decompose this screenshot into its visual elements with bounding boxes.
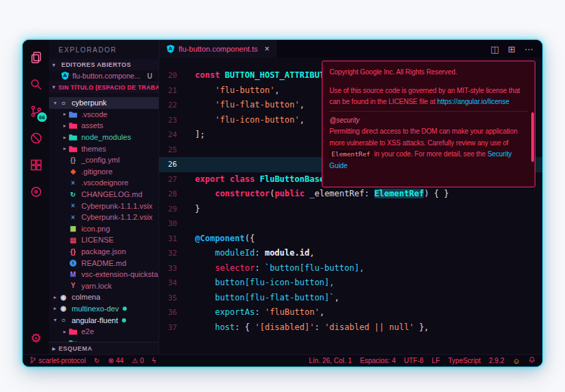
tree-item-readme-md[interactable]: iREADME.md xyxy=(49,257,158,269)
code-text: exportAs: 'fluButton', xyxy=(187,305,325,320)
tree-item-label: .gitignore xyxy=(81,167,112,176)
tree-item-label: _config.yml xyxy=(81,156,120,164)
status-utf-8[interactable]: UTF-8 xyxy=(404,357,423,364)
extensions-icon[interactable] xyxy=(28,157,43,172)
line-number: 23 xyxy=(159,113,187,128)
tooltip-line: Use of this source code is governed by a… xyxy=(329,85,528,97)
status-label: TypeScript xyxy=(448,357,480,364)
tree-item-config-yml[interactable]: {}_config.yml xyxy=(49,154,158,166)
line-number: 36 xyxy=(159,305,187,320)
status-right: Lín. 26, Col. 1Espacios: 4UTF-8LFTypeScr… xyxy=(309,356,535,365)
tree-item-cyberpunk[interactable]: ▾○cyberpunk xyxy=(49,97,158,109)
status-bell[interactable] xyxy=(528,356,535,365)
code-line-35: 35 button[flu-flat-button]`, xyxy=(159,291,542,306)
debug-icon[interactable] xyxy=(28,184,43,199)
tree-item-icon-png[interactable]: ▦icon.png xyxy=(49,223,158,235)
code-text: 'flu-flat-button', xyxy=(187,98,305,113)
file-type-icon: ▤ xyxy=(68,236,78,244)
code-text: moduleId: module.id, xyxy=(187,246,314,261)
tree-item-yarn-lock[interactable]: Yyarn.lock xyxy=(49,280,158,292)
code-text: @Component({ xyxy=(187,231,255,247)
tree-item-e2e[interactable]: ▸e2e xyxy=(49,326,158,338)
tree-item-multinexo-dev[interactable]: ▸◉multinexo-dev xyxy=(49,303,158,315)
tree-item-angular-fluent[interactable]: ▾○angular-fluent xyxy=(49,314,158,326)
editor-group: A flu-button.component.ts × ◫⊞⋯ Copyrigh… xyxy=(159,40,542,354)
settings-gear-icon[interactable]: ⚙ xyxy=(30,331,41,346)
tree-item-vscode[interactable]: ▸.vscode xyxy=(49,109,158,121)
status-bolt[interactable]: ϟ xyxy=(152,358,156,364)
open-editors-section[interactable]: ▾ EDITORES ABIERTOS xyxy=(49,59,158,70)
tree-item-node-modules[interactable]: ▸node_modules xyxy=(49,132,158,143)
folder-icon xyxy=(68,145,78,152)
search-icon[interactable] xyxy=(28,76,43,92)
restricted-mode-icon[interactable] xyxy=(28,130,43,145)
tooltip-line: ElementRef in your code. For more detail… xyxy=(329,149,528,161)
more-actions-icon[interactable]: ⋯ xyxy=(524,44,533,54)
status-label: UTF-8 xyxy=(404,357,423,364)
outline-section[interactable]: ▸ ESQUEMA xyxy=(49,342,158,354)
source-control-icon[interactable]: 66 xyxy=(28,103,43,118)
folder-icon xyxy=(68,328,78,335)
tree-item-label: README.md xyxy=(81,259,126,267)
code-text: selector: `button[flu-button], xyxy=(187,261,364,276)
status-error[interactable]: ⊗44 xyxy=(108,357,124,364)
tree-item-label: node_modules xyxy=(81,133,131,141)
workspace-section[interactable]: ▾ SIN TÍTULO (ESPACIO DE TRABAJO) xyxy=(49,81,158,93)
status-branch[interactable]: scarlet-protocol xyxy=(30,356,85,365)
tree-item-vscodeignore[interactable]: ×.vscodeignore xyxy=(49,177,158,189)
tree-item-package-json[interactable]: {}package.json xyxy=(49,246,158,258)
file-type-icon: × xyxy=(68,179,78,187)
tree-item-changelog-md[interactable]: ↻CHANGELOG.md xyxy=(49,189,158,200)
status-l-n-26-col-1[interactable]: Lín. 26, Col. 1 xyxy=(309,357,351,364)
folder-icon xyxy=(68,134,78,141)
file-tree: ▾○cyberpunk▸.vscode▸assets▸node_modules▸… xyxy=(49,93,158,354)
status-typescript[interactable]: TypeScript xyxy=(448,357,480,364)
explorer-icon[interactable] xyxy=(28,50,43,65)
split-editor-icon[interactable]: ◫ xyxy=(491,44,499,54)
sidebar-title: EXPLORADOR xyxy=(49,40,158,59)
file-type-icon: Y xyxy=(68,282,78,289)
tooltip-line: can be found in the LICENSE file at http… xyxy=(329,96,528,108)
line-number: 22 xyxy=(159,98,187,113)
tab-flu-button-component[interactable]: A flu-button.component.ts × xyxy=(159,40,277,58)
line-number: 24 xyxy=(159,127,187,143)
tree-item-label: package.json xyxy=(81,247,126,256)
tooltip-link[interactable]: Guide xyxy=(329,162,347,169)
file-type-icon: ○ xyxy=(59,99,68,107)
tree-item-gitignore[interactable]: ◆.gitignore xyxy=(49,166,158,178)
status-smiley[interactable]: ☺ xyxy=(513,358,520,364)
tooltip-scrollbar[interactable] xyxy=(531,112,534,162)
tree-item-label: yarn.lock xyxy=(81,282,112,290)
status-espacios-4[interactable]: Espacios: 4 xyxy=(360,357,396,364)
status-lf[interactable]: LF xyxy=(432,357,440,364)
smiley-icon: ☺ xyxy=(513,358,520,364)
angular-file-icon: A xyxy=(61,72,69,80)
tree-item-assets[interactable]: ▸assets xyxy=(49,120,158,132)
line-number: 26 xyxy=(159,157,187,172)
tooltip-link[interactable]: Security xyxy=(487,150,511,158)
tree-item-themes[interactable]: ▸themes xyxy=(49,143,158,154)
toggle-layout-icon[interactable]: ⊞ xyxy=(508,44,515,54)
tree-item-vsc-extension-quicksta[interactable]: Mvsc-extension-quicksta... xyxy=(49,269,158,280)
tree-item-label: CHANGELOG.md xyxy=(81,190,143,198)
open-editor-item[interactable]: A flu-button.compone... U xyxy=(49,70,158,81)
tree-item-colmena[interactable]: ▸◉colmena xyxy=(49,291,158,303)
file-type-icon: × xyxy=(68,202,78,209)
tooltip-link[interactable]: https://angular.io/license xyxy=(438,98,510,105)
twisty-icon: ▸ xyxy=(52,345,56,352)
tree-item-label: angular-fluent xyxy=(72,316,118,324)
tree-item-license[interactable]: ▤LICENSE xyxy=(49,234,158,246)
tree-item-label: vsc-extension-quicksta... xyxy=(81,270,158,278)
tree-item-cyberpunk-1-1-2-vsix[interactable]: ×Cyberpunk-1.1.2.vsix xyxy=(49,212,158,223)
tree-item-cyberpunk-1-1-1-vsix[interactable]: ×Cyberpunk-1.1.1.vsix xyxy=(49,200,158,212)
code-editor[interactable]: Copyright Google Inc. All Rights Reserve… xyxy=(159,58,542,354)
file-type-icon: {} xyxy=(68,156,78,164)
twisty-icon: ▾ xyxy=(52,317,59,323)
open-editor-label: flu-button.compone... xyxy=(72,72,141,80)
status-sync[interactable]: ↻ xyxy=(94,358,99,364)
twisty-icon: ▸ xyxy=(61,111,68,117)
status-warning[interactable]: ⚠0 xyxy=(132,357,144,364)
close-tab-icon[interactable]: × xyxy=(265,44,269,54)
status-2-9-2[interactable]: 2.9.2 xyxy=(489,357,504,364)
line-number: 28 xyxy=(159,187,187,202)
